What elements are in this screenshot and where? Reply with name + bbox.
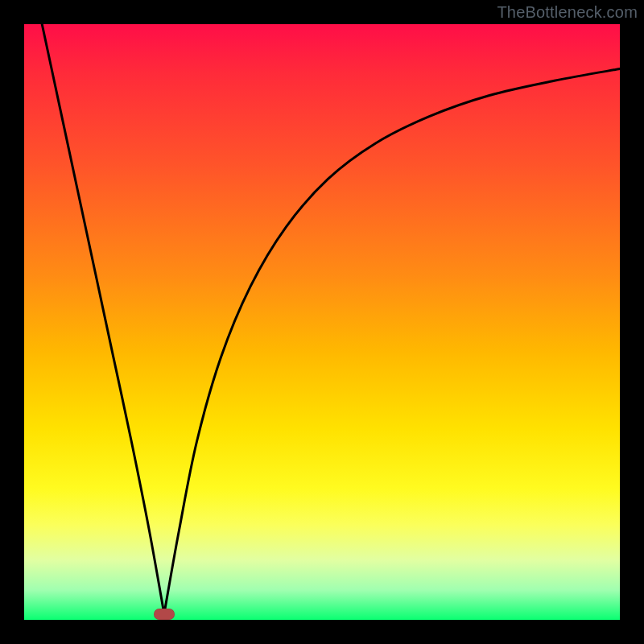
bottleneck-curve: [42, 24, 620, 614]
curve-layer: [24, 24, 620, 620]
plot-area: [24, 24, 620, 620]
watermark-text: TheBottleneck.com: [497, 3, 638, 22]
chart-frame: TheBottleneck.com: [0, 0, 644, 644]
minimum-marker: [154, 609, 175, 620]
